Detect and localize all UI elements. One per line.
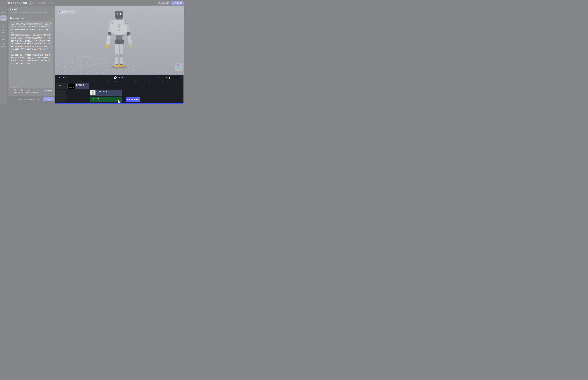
redo-button[interactable] <box>63 77 65 79</box>
robot-download-icon <box>172 2 174 4</box>
insert-motion-button[interactable]: 插入动作 <box>18 89 25 93</box>
model-variant: 青春版 <box>70 11 74 13</box>
script-editor[interactable]: 这是一家全球领先的公司☺哈哈大笑(10s)×「专注于先进机器人系统的设计、制造和… <box>9 21 53 88</box>
action-label: 插入动作 <box>18 92 25 93</box>
zoom-in-icon[interactable] <box>181 77 183 79</box>
editor-text: 我们致力于创新，大力投资于研发，以突破人机协作和机器学习的界限。创新机器人公司助… <box>11 54 50 64</box>
merge-save-button[interactable]: 合成并保存 <box>157 1 170 5</box>
sidebar-item-motion-library[interactable]: 动作库 <box>0 28 7 35</box>
tag-remove-icon[interactable]: × <box>41 34 41 36</box>
sidebar-item-audio-library[interactable]: 音频库 <box>0 35 7 41</box>
clip-label: 官方声音 <box>93 97 99 99</box>
ai-icon: AI <box>14 89 16 91</box>
fit-clip-icon[interactable] <box>157 77 159 79</box>
expression-tag[interactable]: ☺哈哈大笑(10s)× <box>18 34 31 36</box>
project-title: A1机器人动作-我的项目1 <box>7 2 27 4</box>
motion-track-header[interactable] <box>56 90 66 96</box>
tag-remove-icon[interactable]: × <box>41 23 42 25</box>
sidebar-item-expression-library[interactable]: 表情库 <box>0 22 7 28</box>
editor-actions-row: AI 一键编排 插入动作 插 <box>9 89 53 95</box>
generate-button[interactable]: 立即生成 <box>43 97 54 101</box>
viewport-3d[interactable]: 灵犀X2 ｜ 青春版 Z X Y <box>55 5 184 75</box>
app-logo-icon <box>2 2 4 4</box>
model-badge: 灵犀X2 ｜ 青春版 <box>58 10 76 14</box>
expression-track-icon <box>59 85 61 87</box>
motion-tag[interactable]: ♟弯腰(5s)× <box>33 34 42 36</box>
zoom-out-icon[interactable] <box>166 77 168 79</box>
panel-subtitle: 通过音频处理，生成音频素材以及融合动作和表情的音频编排素材 <box>10 11 47 13</box>
sidebar-item-label: 动作库 <box>2 32 5 34</box>
ruler-label: 16f <box>176 80 177 82</box>
sidebar-item-label: 音频库 <box>2 39 5 40</box>
tag-label: 哈哈大笑(10s) <box>21 34 28 36</box>
robot-face-icon <box>27 89 29 91</box>
floppy-icon <box>159 2 160 4</box>
topbar: A1机器人动作-我的项目1 保存时间 26/01/03 12:01 <box>0 0 184 5</box>
pencil-icon <box>30 2 31 4</box>
remaining-stones: 剩余灵石 300 <box>18 99 27 101</box>
tag-label: 哈哈大笑(10s) <box>33 23 40 25</box>
model-avatar <box>58 11 61 13</box>
ruler-label: 0f <box>67 80 68 82</box>
svg-text:Z: Z <box>178 64 178 66</box>
panel-title: 音频编排 <box>10 8 17 11</box>
music-box-icon <box>21 89 23 91</box>
timeline-zoom-slider[interactable] <box>169 77 179 78</box>
music-note-icon <box>91 98 93 99</box>
frame-view-icon[interactable] <box>161 77 163 79</box>
audio-track-icon <box>59 98 61 100</box>
speaker-icon <box>64 98 66 100</box>
timeline-ruler[interactable]: 0f2f4f6f8f10f12f14f16f <box>55 80 183 83</box>
audio-file-row[interactable]: 默认名称1.mp3 <box>10 17 53 20</box>
one-click-arrange-button[interactable]: AI 一键编排 <box>12 89 18 93</box>
sidebar-item-label: 表情库 <box>2 25 5 27</box>
sidebar: 动作模仿 音频编排 表情库 动作库 <box>0 5 7 104</box>
deploy-button[interactable]: 下发到设备 <box>171 1 184 5</box>
axis-gizmo[interactable]: Z X Y <box>175 63 183 71</box>
robot-model[interactable] <box>102 10 137 70</box>
gem-icon <box>37 99 39 100</box>
ruler-label: 12f <box>149 80 150 82</box>
deploy-label: 下发到设备 <box>175 2 182 4</box>
merge-save-label: 合成并保存 <box>161 2 169 4</box>
play-button[interactable] <box>114 76 117 79</box>
save-time-label: 保存时间 <box>39 2 45 4</box>
sidebar-item-motion-mimic[interactable]: 动作模仿 <box>0 8 7 14</box>
sidebar-item-label: 我的任务 <box>1 45 6 47</box>
timeline-zoom-knob[interactable] <box>169 77 170 78</box>
clip-expression[interactable]: 害羞微笑 <box>67 83 89 89</box>
playback-time: 00:00 / 00:30 <box>118 77 127 78</box>
rename-button[interactable] <box>29 1 33 5</box>
sidebar-item-audio-arrange[interactable]: 音频编排 <box>0 15 7 21</box>
motion-tag-icon: ♟ <box>33 34 35 36</box>
bracket-orange: 」 <box>44 37 45 39</box>
panel-footer: 剩余灵石 300 | 本次消耗灵石 0 立即生成 <box>7 96 55 104</box>
delete-clip-button[interactable] <box>67 77 69 79</box>
audio-track-header[interactable] <box>56 96 66 102</box>
expression-tag[interactable]: ☺哈哈大笑(10s)× <box>30 23 43 25</box>
clear-arrange-button[interactable]: 清空编排 <box>32 89 38 93</box>
rhythm-motion-toggle[interactable]: 韵律动作 <box>44 90 52 92</box>
delete-audio-icon[interactable] <box>51 18 53 19</box>
model-name: 灵犀X2 <box>62 11 67 13</box>
bracket-orange: 「 <box>42 34 44 36</box>
ruler-label: 2f <box>81 80 82 82</box>
clip-motion[interactable]: 超帅走路姿势 <box>90 90 122 96</box>
insert-expression-button[interactable]: 插入表情 <box>25 89 32 93</box>
save-time-value: 26/01/03 12:01 <box>46 2 55 4</box>
expression-tag-icon: ☺ <box>31 23 32 25</box>
music-box-icon <box>2 36 5 38</box>
svg-text:X: X <box>181 67 181 68</box>
ruler-label: 14f <box>162 80 164 82</box>
play-audio-icon[interactable] <box>10 17 12 19</box>
bracket-purple: 」 <box>37 26 38 28</box>
expression-track-header[interactable] <box>56 83 66 89</box>
ruler-label: 8f <box>122 80 123 82</box>
sparkles-icon <box>2 16 5 18</box>
rhythm-checkbox[interactable] <box>44 90 46 92</box>
clip-label: 超帅走路姿势 <box>99 91 107 93</box>
undo-button[interactable] <box>59 77 61 79</box>
editor-text: 用于物流和仓储的自主移动机器人 (AMR)，以及为医疗和酒店业量身定制的服务机器… <box>11 37 51 53</box>
sidebar-item-my-tasks[interactable]: 我的任务 <box>0 42 7 48</box>
tag-remove-icon[interactable]: × <box>29 34 30 36</box>
